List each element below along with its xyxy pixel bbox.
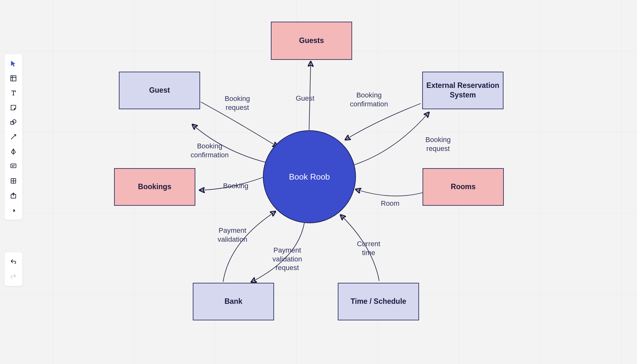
section-icon [10, 177, 17, 184]
select-tool[interactable] [7, 57, 20, 71]
edge-label-payment-validation: Paymentvalidation [218, 226, 247, 244]
edge-label-booking-confirmation-1: Bookingconfirmation [350, 91, 388, 108]
chevron-right-icon: ›› [13, 207, 14, 214]
sticky-tool[interactable] [7, 101, 20, 115]
center-node-book-roob[interactable]: Book Roob [263, 130, 356, 223]
edge-label-booking-confirmation-2: Bookingconfirmation [191, 142, 229, 159]
text-tool[interactable] [7, 86, 20, 100]
toolbar: ›› [4, 54, 22, 220]
node-bookings[interactable]: Bookings [114, 168, 195, 206]
node-label: Guests [299, 36, 324, 46]
frame-tool[interactable] [7, 71, 20, 85]
history-toolbar [4, 252, 22, 286]
edge-label-booking-request-1: Bookingrequest [225, 94, 250, 112]
node-label: External Reservation System [426, 81, 500, 100]
node-label: Bookings [138, 182, 171, 192]
pen-tool[interactable] [7, 145, 20, 159]
node-rooms[interactable]: Rooms [423, 168, 504, 206]
redo-icon [10, 273, 17, 280]
edge-label-room: Room [381, 199, 400, 208]
node-label: Rooms [451, 182, 476, 192]
node-bank[interactable]: Bank [193, 283, 274, 320]
edge-label-booking-request-2: Bookingrequest [425, 135, 451, 153]
cursor-icon [10, 60, 17, 67]
text-icon [10, 89, 17, 96]
center-node-label: Book Roob [289, 172, 330, 182]
comment-tool[interactable] [7, 159, 20, 173]
arrow-tool[interactable] [7, 130, 20, 144]
export-tool[interactable] [7, 189, 20, 203]
frame-icon [10, 75, 17, 82]
diagram-canvas[interactable]: Book Roob Guests Guest External Reservat… [0, 0, 637, 364]
node-label: Time / Schedule [351, 297, 406, 306]
export-icon [10, 192, 17, 199]
node-external-reservation[interactable]: External Reservation System [422, 72, 503, 109]
shape-tool[interactable] [7, 115, 20, 129]
pen-icon [10, 148, 17, 155]
more-tool[interactable]: ›› [7, 203, 20, 217]
node-guest[interactable]: Guest [119, 72, 200, 109]
svg-rect-5 [11, 164, 16, 168]
edge-label-guest: Guest [296, 94, 315, 103]
node-guests[interactable]: Guests [271, 22, 352, 60]
svg-rect-0 [11, 76, 16, 81]
shape-icon [10, 119, 17, 126]
undo-button[interactable] [7, 255, 20, 269]
node-label: Bank [224, 297, 242, 306]
node-label: Guest [149, 86, 170, 95]
redo-button[interactable] [7, 269, 20, 283]
sticky-icon [10, 104, 17, 111]
undo-icon [10, 258, 17, 265]
comment-icon [10, 163, 17, 170]
section-tool[interactable] [7, 174, 20, 188]
edge-label-current-time: Currenttime [357, 239, 380, 257]
arrow-icon [10, 133, 17, 140]
node-time-schedule[interactable]: Time / Schedule [338, 283, 419, 320]
edge-label-payment-validation-request: Paymentvalidationrequest [272, 246, 302, 272]
edge-label-booking: Booking [223, 182, 249, 190]
